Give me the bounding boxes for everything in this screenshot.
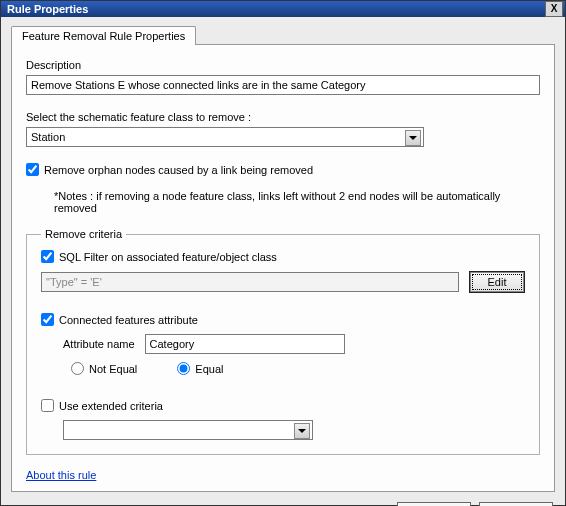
tab-panel: Description Select the schematic feature… <box>11 44 555 492</box>
radio-not-equal[interactable] <box>71 362 84 375</box>
connected-label: Connected features attribute <box>59 314 198 326</box>
attr-name-label: Attribute name <box>63 338 135 350</box>
window-title: Rule Properties <box>7 3 545 15</box>
feature-class-select[interactable]: Station <box>26 127 424 147</box>
extended-row: Use extended criteria <box>41 399 525 412</box>
extended-select[interactable] <box>63 420 313 440</box>
edit-button-label: Edit <box>488 276 507 288</box>
radio-equal[interactable] <box>177 362 190 375</box>
connected-row: Connected features attribute <box>41 313 525 326</box>
edit-sql-button[interactable]: Edit <box>469 271 525 293</box>
radio-not-equal-label: Not Equal <box>89 363 137 375</box>
chevron-down-icon <box>294 423 310 439</box>
orphan-checkbox[interactable] <box>26 163 39 176</box>
close-button[interactable]: X <box>545 1 563 17</box>
description-label: Description <box>26 59 540 71</box>
sql-filter-label: SQL Filter on associated feature/object … <box>59 251 277 263</box>
tab-strip: Feature Removal Rule Properties <box>11 25 555 44</box>
client-area: Feature Removal Rule Properties Descript… <box>1 17 565 506</box>
notes-text: *Notes : if removing a node feature clas… <box>26 180 540 224</box>
connected-checkbox[interactable] <box>41 313 54 326</box>
attr-name-input[interactable] <box>145 334 345 354</box>
radio-equal-wrap: Equal <box>177 362 223 375</box>
feature-class-value: Station <box>31 131 65 143</box>
close-icon: X <box>551 3 558 14</box>
radio-equal-label: Equal <box>195 363 223 375</box>
about-link[interactable]: About this rule <box>26 459 96 481</box>
sql-expression-input <box>41 272 459 292</box>
tab-label: Feature Removal Rule Properties <box>22 30 185 42</box>
radio-not-equal-wrap: Not Equal <box>71 362 137 375</box>
rule-properties-window: Rule Properties X Feature Removal Rule P… <box>0 0 566 506</box>
chevron-down-icon <box>405 130 421 146</box>
sql-filter-checkbox[interactable] <box>41 250 54 263</box>
cancel-button[interactable]: Cancel <box>479 502 553 506</box>
ok-button[interactable]: OK <box>397 502 471 506</box>
about-link-label: About this rule <box>26 469 96 481</box>
sql-filter-row: SQL Filter on associated feature/object … <box>41 250 525 263</box>
titlebar: Rule Properties X <box>1 1 565 17</box>
extended-label: Use extended criteria <box>59 400 163 412</box>
remove-criteria-group: Remove criteria SQL Filter on associated… <box>26 228 540 455</box>
orphan-row: Remove orphan nodes caused by a link bei… <box>26 163 540 176</box>
tab-feature-removal[interactable]: Feature Removal Rule Properties <box>11 26 196 45</box>
dialog-buttons: OK Cancel <box>11 492 555 506</box>
extended-checkbox[interactable] <box>41 399 54 412</box>
feature-class-label: Select the schematic feature class to re… <box>26 111 540 123</box>
attr-name-row: Attribute name <box>41 334 525 354</box>
description-input[interactable] <box>26 75 540 95</box>
remove-criteria-legend: Remove criteria <box>41 228 126 240</box>
radio-row: Not Equal Equal <box>41 362 525 375</box>
sql-expr-row: Edit <box>41 271 525 293</box>
orphan-label: Remove orphan nodes caused by a link bei… <box>44 164 313 176</box>
